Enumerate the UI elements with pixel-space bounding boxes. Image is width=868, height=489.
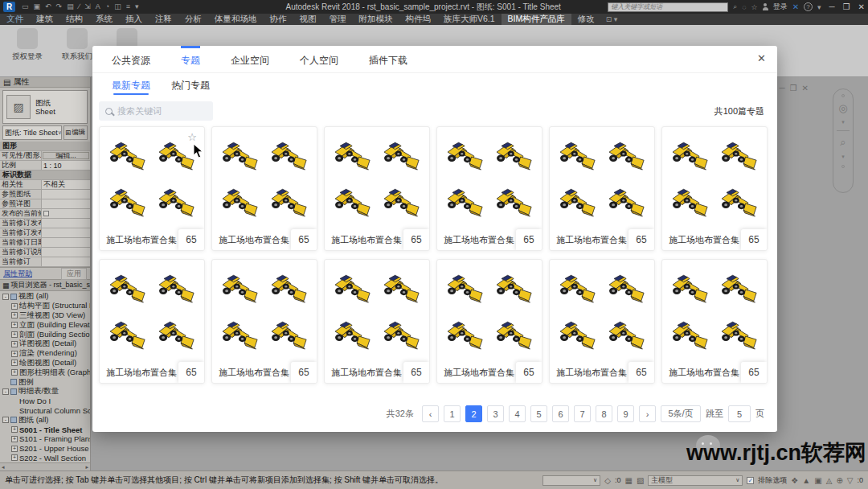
- 3d-view-icon[interactable]: ◔: [105, 2, 109, 10]
- communication-center-icon[interactable]: ◌: [742, 3, 746, 11]
- topic-card[interactable]: 施工场地布置合集65: [99, 259, 205, 384]
- topic-card[interactable]: 施工场地布置合集65: [549, 259, 655, 384]
- ribbon-tab[interactable]: 构件坞: [399, 14, 438, 25]
- ribbon-tab[interactable]: 族库大师V6.1: [437, 14, 502, 25]
- ribbon-tab[interactable]: 建筑: [30, 14, 59, 25]
- restore-button[interactable]: ❒: [843, 2, 850, 11]
- design-option-select[interactable]: ∨: [542, 475, 600, 486]
- main-model-select[interactable]: 主模型 ∨: [648, 475, 743, 486]
- ribbon-button[interactable]: 联系我们: [58, 28, 96, 76]
- topic-card[interactable]: 施工场地布置合集65: [211, 126, 317, 251]
- steering-wheel-dropdown-icon[interactable]: ▾: [841, 119, 845, 125]
- dialog-tab[interactable]: 专题: [181, 46, 200, 72]
- zoom-dropdown-icon[interactable]: ▾: [841, 154, 845, 160]
- property-value[interactable]: [42, 190, 90, 199]
- aligned-dim-icon[interactable]: ⇲: [84, 2, 91, 10]
- view-window-controls[interactable]: ─❒✕: [780, 84, 813, 92]
- tree-expander-icon[interactable]: +: [11, 446, 18, 452]
- ribbon-tab-extra-icon[interactable]: ⊡ ▾: [601, 14, 623, 25]
- print-icon[interactable]: ▤: [67, 2, 74, 10]
- pagination-next-button[interactable]: ›: [639, 405, 656, 422]
- topic-card[interactable]: 施工场地布置合集65: [661, 126, 768, 251]
- properties-header[interactable]: ▤ 属性: [0, 77, 90, 88]
- dialog-tab[interactable]: 个人空间: [300, 46, 338, 72]
- user-icon[interactable]: [763, 7, 768, 10]
- steering-wheel-icon[interactable]: ◎: [838, 102, 847, 114]
- properties-help-link[interactable]: 属性帮助: [3, 269, 32, 279]
- property-value[interactable]: 1 : 10: [42, 161, 90, 170]
- ribbon-tab[interactable]: BIM构件产品库: [502, 14, 571, 25]
- revit-logo-icon[interactable]: R: [3, 2, 15, 12]
- apply-button[interactable]: 应用: [61, 268, 87, 280]
- undo-icon[interactable]: ↶: [45, 2, 51, 10]
- topic-card[interactable]: 施工场地布置合集65☆: [99, 126, 205, 251]
- tree-expander-icon[interactable]: +: [11, 426, 18, 433]
- dialog-close-icon[interactable]: ✕: [757, 52, 766, 64]
- ribbon-tab[interactable]: 结构: [59, 14, 89, 25]
- measure-icon[interactable]: ∕: [79, 2, 80, 10]
- exclude-options-checkbox[interactable]: ✓: [747, 477, 754, 484]
- minimize-button[interactable]: ─: [829, 2, 835, 11]
- dialog-tab[interactable]: 公共资源: [112, 46, 150, 72]
- tree-item[interactable]: +S001 - Title Sheet: [0, 425, 90, 434]
- ribbon-tab[interactable]: 附加模块: [353, 14, 399, 25]
- dialog-tab[interactable]: 企业空间: [231, 46, 269, 72]
- tree-expander-icon[interactable]: +: [11, 351, 18, 357]
- tree-expander-icon[interactable]: +: [11, 341, 18, 347]
- ribbon-tab[interactable]: 体量和场地: [208, 14, 264, 25]
- property-edit-button[interactable]: 编辑...: [43, 152, 89, 159]
- favorite-star-icon[interactable]: ☆: [187, 131, 197, 143]
- section-icon[interactable]: ◫: [114, 2, 121, 10]
- type-selector[interactable]: 图纸: Title Sheet ∨: [2, 125, 62, 140]
- tree-expander-icon[interactable]: +: [11, 360, 18, 366]
- ribbon-tab[interactable]: 修改: [571, 14, 601, 25]
- property-value[interactable]: 不相关: [42, 180, 90, 189]
- tree-expander-icon[interactable]: +: [11, 312, 18, 318]
- press-drag-icon[interactable]: ❖: [791, 476, 798, 485]
- tree-item[interactable]: Structural Column Sche: [0, 406, 90, 416]
- tree-item[interactable]: +三维视图 (3D View): [0, 311, 90, 321]
- pagination-prev-button[interactable]: ‹: [422, 405, 439, 422]
- tree-item[interactable]: 图例: [0, 377, 90, 387]
- pagination-jump-input[interactable]: [728, 405, 751, 422]
- topic-card[interactable]: 施工场地布置合集65: [324, 259, 430, 384]
- page-size-select[interactable]: 5条/页: [661, 405, 701, 422]
- pagination-page-button[interactable]: 1: [444, 405, 461, 422]
- ribbon-tab[interactable]: 注释: [149, 14, 178, 25]
- topic-search-input[interactable]: [117, 106, 198, 116]
- tree-item[interactable]: How Do I: [0, 397, 90, 406]
- tree-item[interactable]: +S101 - Framing Plans: [0, 434, 90, 444]
- design-options-icon[interactable]: ▧: [637, 476, 644, 485]
- select-by-face-icon[interactable]: ⊕: [836, 476, 842, 485]
- ribbon-tab[interactable]: 协作: [264, 14, 293, 25]
- tree-expander-icon[interactable]: -: [2, 417, 9, 423]
- ribbon-tab[interactable]: 系统: [89, 14, 119, 25]
- search-icon[interactable]: ⌕: [733, 2, 737, 11]
- ribbon-tab[interactable]: 分析: [178, 14, 208, 25]
- property-value[interactable]: [42, 228, 90, 237]
- tree-item[interactable]: +剖面 (Building Section): [0, 330, 90, 339]
- tree-expander-icon[interactable]: +: [11, 369, 18, 376]
- pagination-page-button[interactable]: 6: [552, 405, 569, 422]
- ribbon-tab[interactable]: 文件: [0, 14, 30, 25]
- pagination-page-button[interactable]: 7: [574, 405, 591, 422]
- worksets-icon[interactable]: ▦: [624, 476, 632, 485]
- tree-item[interactable]: +渲染 (Rendering): [0, 349, 90, 359]
- redo-icon[interactable]: ↷: [56, 2, 63, 10]
- pagination-page-button[interactable]: 9: [617, 405, 634, 422]
- tree-item[interactable]: +详图视图 (Detail): [0, 339, 90, 349]
- tree-item[interactable]: +S201 - Upper House Frami: [0, 444, 90, 454]
- ribbon-tab[interactable]: 视图: [293, 14, 323, 25]
- exchange-apps-icon[interactable]: ✕: [792, 2, 799, 11]
- tree-expander-icon[interactable]: -: [2, 294, 9, 300]
- property-checkbox[interactable]: [43, 211, 49, 216]
- topic-card[interactable]: 施工场地布置合集65: [549, 126, 655, 251]
- pagination-page-button[interactable]: 3: [487, 405, 504, 422]
- favorites-icon[interactable]: ☆: [751, 3, 758, 11]
- topic-card[interactable]: 施工场地布置合集65: [324, 126, 430, 251]
- save-icon[interactable]: ▣: [34, 2, 41, 10]
- ribbon-button[interactable]: 授权登录: [8, 28, 47, 76]
- topic-search-box[interactable]: [99, 101, 213, 121]
- navigation-bar[interactable]: ◎ ▾ ⌕ ▾: [833, 88, 854, 193]
- tree-item[interactable]: +立面 (Building Elevation): [0, 320, 90, 330]
